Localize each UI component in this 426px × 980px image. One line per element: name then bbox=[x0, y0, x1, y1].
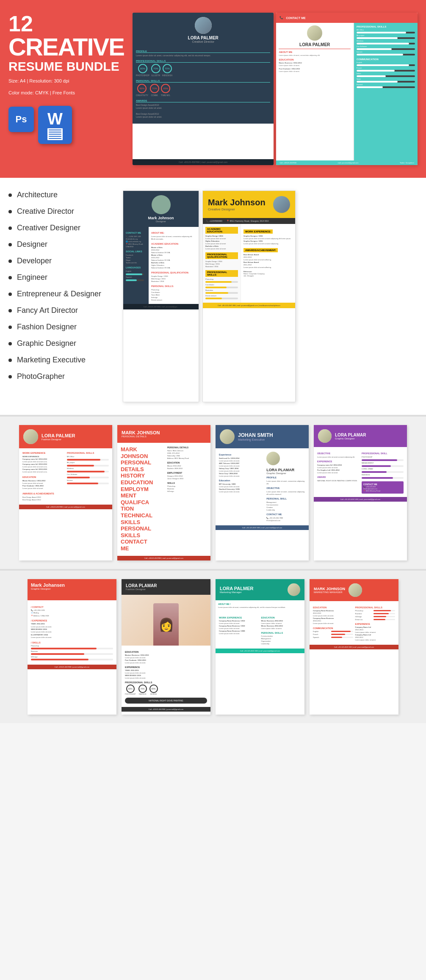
lora-palmer-red-card: LORA PALMER Fashion Designer WORK EXPERI… bbox=[19, 425, 112, 560]
lp-footer: Call: +00123-4567890 | mail: youremail@g… bbox=[19, 505, 112, 509]
hero-resume-previews: LORA PALMER Creative Director PROFILE Lo… bbox=[133, 13, 418, 165]
lp-avatar bbox=[23, 429, 38, 444]
rp1-profile-text: Lorem ipsum dolor sit amet, consectetur … bbox=[136, 54, 271, 57]
list-item: Creativer Designer bbox=[8, 224, 114, 232]
mj-footer: Call: +00123-4567890 | mail: youremail@g… bbox=[123, 304, 199, 309]
mjc-footer: Call: +00-123-4567-890 | mail: youremail… bbox=[203, 303, 295, 308]
bullet-icon bbox=[8, 342, 12, 345]
bullet-icon bbox=[8, 210, 12, 213]
bullet-icon bbox=[8, 309, 12, 312]
rp1-profile-label: PROFILE bbox=[136, 50, 271, 53]
list-item: Marketing Executive bbox=[8, 356, 114, 364]
list-section: Architecture Creative Director Creativer… bbox=[0, 178, 426, 415]
markj-footer: Call: +00123-4567890 | youremail@gmail.c… bbox=[28, 665, 116, 669]
resume-showcase: Mark Johnson Designer CONTACT ME 📞 +1234… bbox=[123, 190, 418, 402]
hero-number: 12 bbox=[8, 13, 124, 35]
list-item: Developer bbox=[8, 257, 114, 265]
bullet-icon bbox=[8, 259, 12, 263]
js-footer: Call: +00-123-4567-890 | mail: youremail… bbox=[216, 525, 309, 530]
hero-meta-color: Color mode: CMYK | Free Fonts bbox=[8, 89, 124, 97]
bullet-icon bbox=[8, 193, 12, 197]
bullet-icon bbox=[8, 326, 12, 329]
list-item: PhotoGrapher bbox=[8, 372, 114, 381]
bullet-icon bbox=[8, 359, 12, 362]
bullet-icon bbox=[8, 375, 12, 378]
word-badge: W bbox=[38, 106, 72, 144]
hero-text-area: 12 CREATIVE RESUME BUNDLE Size: A4 | Res… bbox=[8, 13, 124, 144]
mark-johnson-marketing-card: MARK JOHNSON MARKETING MANAGER EDUCATION… bbox=[310, 579, 398, 715]
rp1-awards-label: AWARDS bbox=[136, 99, 271, 102]
hero-meta-size: Size: A4 | Resolution: 300 dpi bbox=[8, 77, 124, 85]
list-item: Engineer bbox=[8, 273, 114, 282]
bullet-icon bbox=[8, 293, 12, 296]
rp1-title: Creative Director bbox=[136, 40, 271, 43]
rp2-name: LORA PALMER bbox=[279, 42, 350, 47]
list-item: Fashion Designer bbox=[8, 323, 114, 331]
mjmm-avatar bbox=[349, 583, 362, 597]
hero-section: 12 CREATIVE RESUME BUNDLE Size: A4 | Res… bbox=[0, 0, 426, 178]
lora-palmer-marketing-card: LORA PALMER Marketing Manager ABOUT ME !… bbox=[216, 579, 304, 715]
lpf-img-area: 👩 bbox=[122, 595, 210, 646]
rp2-edu-label: EDUCATION bbox=[279, 58, 350, 61]
list-item: Creative Director bbox=[8, 207, 114, 216]
lora-plamar-purple-card: LORA PLAMAR Graphic Designer OBJECTIVE L… bbox=[314, 425, 407, 560]
resume-preview-twocolor: 📞 CONTACT ME LORA PALMER ABOUT ME Lorem … bbox=[276, 13, 418, 165]
rp2-footer: Call: +00123-4567890 mail: youremail@gma… bbox=[276, 160, 418, 165]
lpurp-avatar bbox=[318, 429, 332, 443]
rp1-skills-label: PROFESSIONAL SKILLS bbox=[136, 60, 271, 63]
list-item: Graphic Designer bbox=[8, 339, 114, 348]
rp1-personal-label: PERSONAL SKILLS bbox=[136, 80, 271, 83]
list-item: Entrepreneur & Designer bbox=[8, 290, 114, 298]
rp1-name: LORA PALMER bbox=[136, 36, 271, 40]
rp2-contact-label: CONTACT ME bbox=[286, 17, 305, 19]
bullet-icon bbox=[8, 226, 12, 230]
hero-title-line1: CREATIVE bbox=[8, 35, 124, 59]
mark-johnson-dark-card: Mark Johnson Designer CONTACT ME 📞 +1234… bbox=[123, 190, 199, 402]
bullet-icon bbox=[8, 243, 12, 246]
johan-smith-card: JOHAN SMITH Marketing Executive Experien… bbox=[216, 425, 309, 560]
lora-plamar-fashion-card: LORA PLAMAR Fashion Designer 👩 EDUCATION… bbox=[122, 579, 210, 715]
rp2-about-label: ABOUT ME bbox=[279, 51, 350, 53]
mark-johansen-card: Mark Johansen Graphic Designer / CONTACT… bbox=[28, 579, 116, 715]
multi-card-section: LORA PALMER Fashion Designer WORK EXPERI… bbox=[0, 417, 426, 569]
mark-johnson-color-card: Mark Johnson Creative Designer 📞 +123456… bbox=[202, 190, 296, 402]
bullet-icon bbox=[8, 276, 12, 279]
hero-title-line2: RESUME BUNDLE bbox=[8, 59, 124, 73]
bottom-section: Mark Johansen Graphic Designer / CONTACT… bbox=[0, 571, 426, 723]
resume-preview-dark: LORA PALMER Creative Director PROFILE Lo… bbox=[133, 13, 274, 165]
mjt-footer: Call: +00123-4567890 | mail: youremail@g… bbox=[117, 556, 210, 560]
mj-avatar bbox=[152, 195, 171, 214]
lpf-footer: Call: +00123-4567890 | youremail@gmail.c… bbox=[122, 707, 210, 712]
lpurp-footer: Call: +00-123-4567-890 | mail: youremail… bbox=[314, 497, 407, 502]
rp1-footer: Call: +00123-4567890 | mail: youremail@g… bbox=[133, 159, 274, 165]
mark-text-art-card: MARK JOHNSON PERSONAL DETAILS MARKJOHNSO… bbox=[117, 425, 210, 560]
lpm-footer: Call: +00-123-4567-890 | mail: youremail… bbox=[216, 649, 304, 653]
mjc-contact-bar: 📞 +1234566990 📍 8811 Harmony Road, Glasg… bbox=[203, 218, 295, 224]
rp2-skills-label: PROFESSIONAL SKILLS bbox=[357, 25, 415, 28]
ps-badge: Ps bbox=[8, 107, 34, 132]
list-item: Designer bbox=[8, 240, 114, 249]
list-item: Architecture bbox=[8, 190, 114, 199]
resume-type-list: Architecture Creative Director Creativer… bbox=[8, 190, 123, 402]
list-item: Fancy Art Director bbox=[8, 306, 114, 315]
rp2-comm-label: COMMUNICATION bbox=[357, 58, 415, 61]
mjmm-footer: Call: +00-123-4567-890 | mail: youremail… bbox=[310, 645, 398, 649]
rp1-avatar bbox=[195, 17, 212, 34]
